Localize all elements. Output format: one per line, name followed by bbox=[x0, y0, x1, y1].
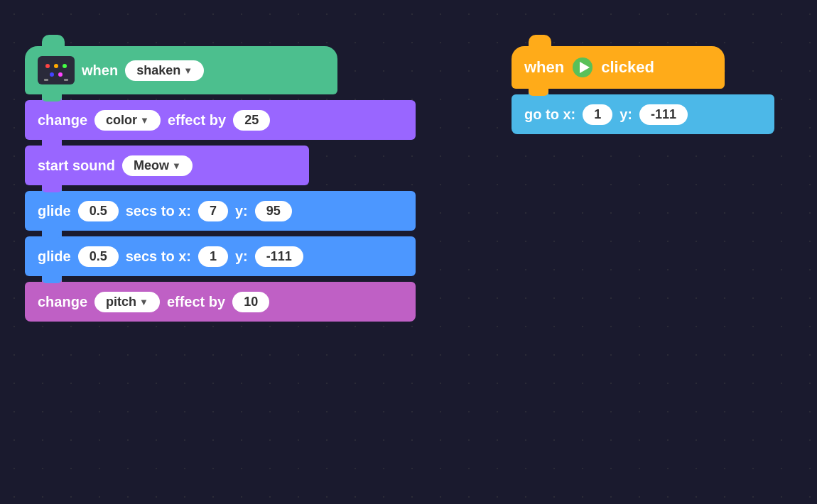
change-pitch-block[interactable]: change pitch ▼ effect by 10 bbox=[25, 282, 416, 322]
microbit-icon bbox=[38, 56, 75, 84]
glide2-y[interactable]: -111 bbox=[255, 246, 303, 267]
when-clicked-hat[interactable]: when clicked bbox=[512, 46, 725, 89]
svg-point-3 bbox=[63, 64, 67, 68]
hat-bump bbox=[42, 35, 65, 48]
pitch-value[interactable]: 10 bbox=[232, 292, 269, 312]
bottom-notch bbox=[42, 139, 62, 147]
svg-rect-7 bbox=[64, 79, 68, 81]
change-color-block[interactable]: change color ▼ effect by 25 bbox=[25, 100, 416, 140]
glide1-secs[interactable]: 0.5 bbox=[78, 201, 119, 221]
glide1-x[interactable]: 7 bbox=[198, 201, 228, 221]
when-shaken-hat[interactable]: when shaken ▼ bbox=[25, 46, 337, 94]
glide2-secs[interactable]: 0.5 bbox=[78, 246, 119, 267]
color-value[interactable]: 25 bbox=[233, 110, 270, 131]
glide-1-block[interactable]: glide 0.5 secs to x: 7 y: 95 bbox=[25, 191, 416, 231]
glide-2-block[interactable]: glide 0.5 secs to x: 1 y: -111 bbox=[25, 236, 416, 276]
svg-point-5 bbox=[58, 72, 63, 77]
glide2-x[interactable]: 1 bbox=[198, 246, 228, 267]
svg-rect-6 bbox=[44, 79, 48, 81]
meow-dropdown[interactable]: Meow ▼ bbox=[122, 155, 193, 176]
svg-point-1 bbox=[45, 64, 50, 68]
flag-icon bbox=[571, 56, 594, 79]
goto-x[interactable]: 1 bbox=[583, 104, 612, 125]
goto-y[interactable]: -111 bbox=[639, 104, 688, 125]
svg-point-4 bbox=[50, 72, 54, 77]
left-stack: when shaken ▼ change color ▼ effect by 2… bbox=[25, 46, 416, 322]
start-sound-block[interactable]: start sound Meow ▼ bbox=[25, 146, 309, 185]
svg-point-2 bbox=[54, 64, 58, 68]
bottom-notch bbox=[42, 94, 62, 102]
svg-rect-0 bbox=[42, 59, 70, 82]
hat-bump bbox=[529, 35, 551, 48]
when-label: when bbox=[82, 62, 118, 79]
color-dropdown[interactable]: color ▼ bbox=[94, 110, 161, 131]
right-stack: when clicked go to x: 1 y: -111 bbox=[512, 46, 774, 134]
goto-xy-block[interactable]: go to x: 1 y: -111 bbox=[512, 94, 774, 134]
shaken-dropdown[interactable]: shaken ▼ bbox=[125, 60, 204, 81]
glide1-y[interactable]: 95 bbox=[255, 201, 292, 221]
pitch-dropdown[interactable]: pitch ▼ bbox=[94, 292, 160, 312]
